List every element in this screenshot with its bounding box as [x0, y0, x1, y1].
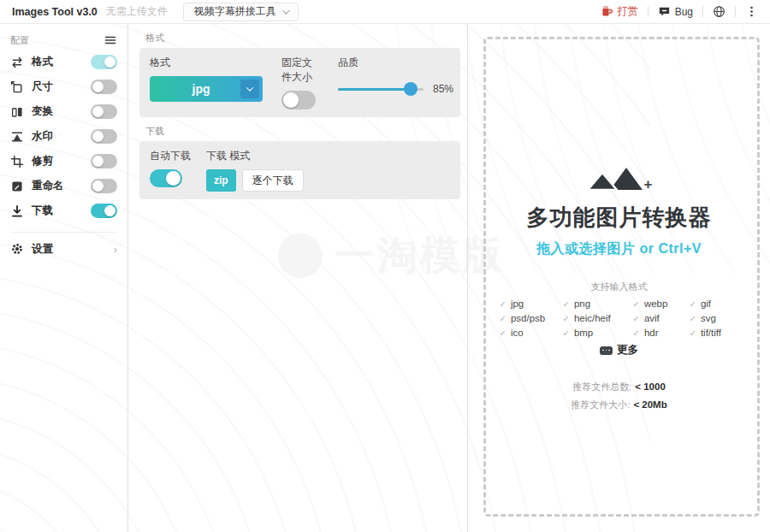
divider [648, 6, 649, 17]
check-icon: ✓ [500, 328, 506, 338]
config-header: 配置 [10, 31, 117, 50]
toggle-switch[interactable] [91, 55, 117, 69]
sidebar-item-label: 修剪 [32, 154, 53, 168]
download-mode-row: zip 逐个下载 [206, 169, 304, 192]
bug-report-button[interactable]: Bug [658, 5, 693, 18]
check-icon: ✓ [633, 328, 640, 338]
hamburger-icon[interactable] [104, 33, 117, 47]
header-actions: 打赏 Bug [601, 4, 758, 19]
recommend-size-label: 推荐文件大小: [571, 399, 630, 411]
header-bar: Images Tool v3.0 无需上传文件 视频字幕拼接工具 打赏 Bug [0, 0, 770, 24]
toggle-switch[interactable] [91, 179, 117, 193]
quality-value: 85% [433, 83, 453, 95]
download-card: 自动下载 下载 模式 zip 逐个下载 [139, 141, 460, 199]
download-section-title: 下载 [145, 125, 460, 138]
format-item-label: gif [701, 299, 711, 309]
format-item-label: heic/heif [574, 313, 611, 323]
sidebar-item-watermark[interactable]: 水印 [10, 124, 117, 149]
quality-group: 品质 85% [338, 56, 453, 109]
quality-slider[interactable] [338, 88, 424, 91]
transform-icon [10, 105, 24, 119]
sidebar-item-rename[interactable]: 重命名 [10, 174, 117, 198]
format-section-title: 格式 [145, 32, 460, 44]
watermark-icon [10, 130, 24, 144]
format-dropdown[interactable]: jpg [150, 76, 263, 102]
fixed-size-toggle[interactable] [281, 91, 316, 109]
mode-zip-button[interactable]: zip [206, 169, 236, 192]
globe-icon [713, 5, 726, 18]
sidebar-item-format[interactable]: 格式 [10, 50, 117, 74]
tool-switcher-label: 视频字幕拼接工具 [194, 4, 276, 19]
sidebar-items: 格式 尺寸 变换 水印 修剪 [10, 50, 117, 223]
mode-each-button[interactable]: 逐个下载 [242, 169, 304, 192]
format-item-label: avif [644, 313, 660, 323]
toggle-switch[interactable] [91, 154, 117, 168]
dropzone-content: + 多功能图片转换器 拖入或选择图片 or Ctrl+V 支持输入格式 ✓ jp… [468, 24, 770, 532]
toggle-switch[interactable] [91, 129, 117, 144]
toggle-switch[interactable] [91, 204, 117, 218]
settings-label: 设置 [32, 242, 53, 257]
tool-switcher-button[interactable]: 视频字幕拼接工具 [183, 3, 299, 21]
ellipsis-icon [600, 346, 613, 355]
speech-bubble-icon [658, 5, 671, 18]
app-title: Images Tool v3.0 [12, 6, 98, 18]
format-item-label: hdr [644, 328, 659, 338]
config-title: 配置 [10, 34, 29, 47]
divider [702, 6, 703, 17]
format-item-label: ico [511, 328, 524, 338]
divider [735, 6, 736, 17]
download-mode-label: 下载 模式 [206, 149, 304, 163]
donate-label: 打赏 [618, 4, 638, 19]
download-mode-group: 下载 模式 zip 逐个下载 [206, 149, 304, 192]
quality-slider-fill [338, 88, 411, 91]
format-item-label: tif/tiff [701, 328, 721, 338]
sidebar-item-download[interactable]: 下载 [10, 198, 117, 223]
sidebar-item-label: 重命名 [32, 179, 64, 193]
format-dropdown-value: jpg [192, 82, 210, 96]
config-sidebar: 配置 格式 尺寸 变换 水印 [0, 24, 128, 532]
plus-icon: + [644, 176, 653, 193]
dropzone-subtitle: 拖入或选择图片 or Ctrl+V [536, 240, 702, 258]
format-field-label: 格式 [150, 56, 263, 70]
auto-download-group: 自动下载 [150, 149, 191, 192]
repeat-icon [10, 56, 24, 69]
auto-download-toggle[interactable] [150, 169, 182, 187]
check-icon: ✓ [633, 299, 640, 309]
crop-icon [10, 155, 24, 168]
supported-formats-grid: ✓ jpg ✓ png ✓ webp ✓ gif ✓ psd/psb [500, 299, 739, 338]
check-icon: ✓ [563, 299, 570, 309]
more-formats-button[interactable]: 更多 [600, 343, 638, 358]
language-button[interactable] [713, 5, 726, 18]
format-item-label: svg [701, 313, 716, 323]
fixed-size-label: 固定文件大小 [281, 56, 316, 85]
format-item: ✓ bmp [563, 328, 633, 338]
recommend-size-value: < 20Mb [633, 399, 666, 410]
sidebar-item-settings[interactable]: 设置 › [10, 236, 117, 262]
check-icon: ✓ [500, 299, 506, 309]
format-item: ✓ heic/heif [563, 313, 633, 323]
chevron-down-icon [240, 80, 259, 98]
sidebar-item-trim[interactable]: 修剪 [10, 149, 117, 174]
overflow-menu-button[interactable] [745, 5, 758, 18]
more-label: 更多 [617, 343, 638, 358]
donate-button[interactable]: 打赏 [601, 4, 638, 19]
quality-label: 品质 [338, 56, 453, 70]
format-item: ✓ psd/psb [500, 313, 563, 323]
sidebar-item-label: 变换 [32, 104, 53, 119]
quality-slider-row: 85% [338, 76, 453, 102]
check-icon: ✓ [690, 328, 696, 338]
app-tagline: 无需上传文件 [106, 4, 168, 19]
sidebar-item-label: 格式 [32, 55, 53, 69]
quality-slider-knob[interactable] [404, 82, 418, 96]
toggle-switch[interactable] [91, 104, 117, 119]
format-item: ✓ webp [633, 299, 690, 309]
check-icon: ✓ [633, 314, 640, 323]
recommend-total-line: 推荐文件总数: < 1000 [572, 381, 666, 393]
rename-icon [10, 180, 24, 193]
sidebar-item-size[interactable]: 尺寸 [10, 74, 117, 99]
format-item-label: webp [644, 299, 668, 309]
recommend-size-line: 推荐文件大小: < 20Mb [571, 399, 666, 411]
toggle-switch[interactable] [91, 80, 117, 94]
sidebar-item-transform[interactable]: 变换 [10, 99, 117, 124]
dropzone-title: 多功能图片转换器 [527, 203, 712, 233]
